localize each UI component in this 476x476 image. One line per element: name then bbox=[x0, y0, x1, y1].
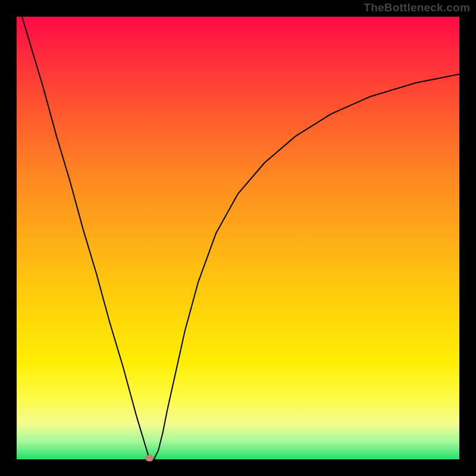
bottleneck-curve bbox=[17, 17, 459, 459]
chart-frame: TheBottleneck.com bbox=[0, 0, 476, 476]
plot-area bbox=[17, 17, 459, 459]
minimum-marker bbox=[145, 455, 154, 462]
watermark-text: TheBottleneck.com bbox=[364, 1, 470, 14]
